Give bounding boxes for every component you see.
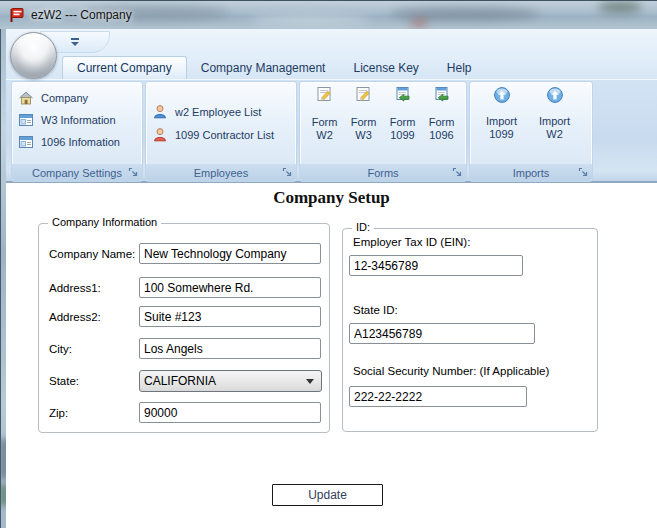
form-w3-button[interactable]: Form W3 [344,86,383,142]
dialog-launcher-icon[interactable] [128,167,139,178]
group-label: Company Settings [32,167,122,179]
person-red-icon [152,127,168,143]
tab-help[interactable]: Help [433,56,486,79]
ribbon-group-imports: Import 1099 Import W2 Imports [470,82,592,181]
house-icon [18,90,34,106]
zip-label: Zip: [49,407,68,419]
ribbon-item-company[interactable]: Company [12,89,142,106]
form-1099-button[interactable]: Form 1099 [383,86,422,142]
person-blue-icon [152,104,168,120]
groupbox-legend: Company Information [48,216,161,228]
company-name-field[interactable] [139,243,321,264]
document-arrow-icon [394,86,411,103]
button-label-line2: 1096 [429,129,453,142]
document-arrow-icon [433,86,450,103]
button-label-line1: Import [539,115,570,128]
ribbon-group-company-settings: Company W3 Information [12,82,142,181]
form-1096-button[interactable]: Form 1096 [422,86,461,142]
ribbon-item-w2-employee-list[interactable]: w2 Employee List [146,103,296,120]
button-label-line1: Form [351,116,377,129]
import-icon [546,86,564,104]
form-w2-button[interactable]: Form W2 [305,86,344,142]
tab-license-key[interactable]: License Key [339,56,432,79]
chevron-down-icon [306,379,314,384]
glass-blur-decoration [410,19,428,27]
ribbon: Company W3 Information [6,79,657,183]
edit-document-icon [316,86,333,103]
glass-blur-decoration [598,1,642,13]
city-label: City: [49,343,72,355]
address2-field[interactable] [139,306,321,327]
dialog-launcher-icon[interactable] [452,167,463,178]
tab-current-company[interactable]: Current Company [62,56,187,79]
state-id-field[interactable] [349,323,535,344]
button-label-line2: 1099 [489,128,513,141]
state-select-value: CALIFORNIA [144,374,216,388]
city-field[interactable] [139,338,321,359]
ribbon-group-footer: Company Settings [12,164,142,181]
app-icon[interactable] [8,7,25,24]
ribbon-item-w3-information[interactable]: W3 Information [12,111,142,128]
ribbon-group-footer: Imports [470,164,592,181]
state-id-label: State ID: [353,304,398,316]
ribbon-item-1096-information[interactable]: 1096 Infomation [12,133,142,150]
dialog-launcher-icon[interactable] [282,167,293,178]
button-label-line2: 1099 [390,129,414,142]
application-menu-button[interactable] [10,32,57,79]
ribbon-group-footer: Employees [146,164,296,181]
form-icon [18,112,34,128]
title-bar: ezW2 --- Company [0,0,657,29]
main-content: Company Setup Company Information Compan… [6,183,657,528]
state-label: State: [49,375,79,387]
button-label-line2: W3 [355,129,372,142]
ribbon-item-label: 1096 Infomation [41,136,120,148]
company-name-label: Company Name: [49,248,135,260]
button-label-line1: Form [429,116,455,129]
ribbon-group-footer: Forms [300,164,466,181]
address1-field[interactable] [139,277,321,298]
update-button[interactable]: Update [272,484,383,506]
form-icon [18,134,34,150]
address2-label: Address2: [49,311,101,323]
group-label: Imports [513,167,550,179]
ein-field[interactable] [349,255,523,276]
ribbon-tab-row: Current Company Company Management Licen… [6,56,657,79]
address1-label: Address1: [49,282,101,294]
qat-dropdown-icon[interactable] [71,38,80,47]
button-label-line1: Form [390,116,416,129]
ein-label: Employer Tax ID (EIN): [353,236,470,248]
ssn-field[interactable] [349,386,527,407]
zip-field[interactable] [139,402,321,423]
ribbon-group-employees: w2 Employee List 1099 Contractor List Em… [146,82,296,181]
import-icon [493,86,511,104]
ribbon-item-label: W3 Information [41,114,116,126]
id-groupbox: ID: Employer Tax ID (EIN): State ID: Soc… [342,228,598,432]
tab-company-management[interactable]: Company Management [187,56,340,79]
import-1099-button[interactable]: Import 1099 [475,86,528,141]
group-label: Employees [194,167,248,179]
ribbon-item-label: 1099 Contractor List [175,129,274,141]
window-title: ezW2 --- Company [31,8,132,22]
ribbon-item-label: w2 Employee List [175,106,261,118]
dialog-launcher-icon[interactable] [578,167,589,178]
import-w2-button[interactable]: Import W2 [528,86,581,141]
company-information-groupbox: Company Information Company Name: Addres… [38,223,330,433]
button-label-line2: W2 [546,128,563,141]
button-label-line1: Form [312,116,338,129]
groupbox-legend: ID: [352,221,374,233]
button-label-line2: W2 [316,129,333,142]
ribbon-group-forms: Form W2 Form W3 [300,82,466,181]
group-label: Forms [367,167,398,179]
edit-document-icon [355,86,372,103]
glass-blur-decoration [250,15,370,25]
state-select[interactable]: CALIFORNIA [139,370,322,392]
page-title: Company Setup [6,188,657,208]
button-label-line1: Import [486,115,517,128]
ssn-label: Social Security Number: (If Applicable) [353,365,549,377]
ribbon-item-1099-contractor-list[interactable]: 1099 Contractor List [146,126,296,143]
ribbon-item-label: Company [41,92,88,104]
